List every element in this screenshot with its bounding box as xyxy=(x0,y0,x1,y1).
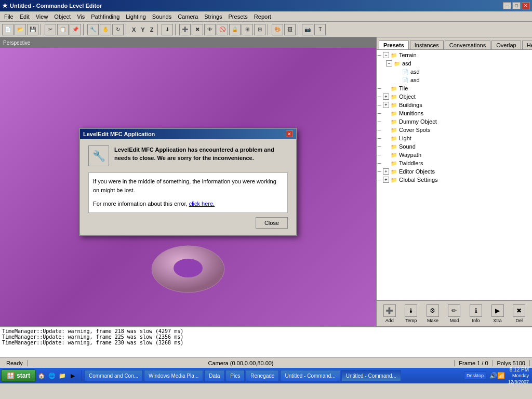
tool-text[interactable]: T xyxy=(314,24,326,35)
panel-action-add[interactable]: ➕Add xyxy=(383,304,396,323)
tool-drop[interactable]: ⬇ xyxy=(162,24,173,35)
tree-folder-icon: 📁 xyxy=(390,110,397,117)
axis-z-label: Z xyxy=(148,26,156,33)
panel-tab-instances[interactable]: Instances xyxy=(410,41,444,49)
tree-expander[interactable]: − xyxy=(386,60,392,66)
panel-action-xtra[interactable]: ▶Xtra xyxy=(491,304,504,323)
quicklaunch-icon[interactable]: 🌐 xyxy=(47,371,57,380)
panel-action-mod[interactable]: ✏Mod xyxy=(448,304,460,323)
tool-copy[interactable]: 📋 xyxy=(57,24,69,35)
tool-add[interactable]: ➕ xyxy=(179,24,191,35)
status-camera: Camera (0.00,0.00,80.00) xyxy=(28,360,455,366)
panel-tab-overlap[interactable]: Overlap xyxy=(491,41,521,49)
tool-ungroup[interactable]: ⊟ xyxy=(254,24,265,35)
tool-hide[interactable]: 🚫 xyxy=(217,24,228,35)
taskbar-button[interactable]: Untitled - Command... xyxy=(341,370,401,381)
menu-item-vis[interactable]: Vis xyxy=(74,12,88,21)
panel-action-temp[interactable]: 🌡Temp xyxy=(405,304,417,323)
axis-y-label: Y xyxy=(139,26,147,33)
tree-node[interactable]: ─+📁Object xyxy=(378,92,531,101)
tool-select[interactable]: 🔧 xyxy=(87,24,99,35)
menu-item-sounds[interactable]: Sounds xyxy=(149,12,175,21)
tree-expander[interactable]: + xyxy=(383,168,389,175)
menu-item-presets[interactable]: Presets xyxy=(225,12,251,21)
tree-node[interactable]: ─+📁Buildings xyxy=(378,101,531,109)
taskbar-button[interactable]: Pics xyxy=(225,370,245,381)
title-bar: ★ Untitled - Commando Level Editor ─ □ ✕ xyxy=(0,0,532,11)
tool-open[interactable]: 📂 xyxy=(15,24,26,35)
menu-item-camera[interactable]: Camera xyxy=(175,12,201,21)
tool-group[interactable]: ⊞ xyxy=(242,24,253,35)
tree-node[interactable]: 📄asd xyxy=(378,76,531,84)
panel-action-make[interactable]: ⚙Make xyxy=(427,304,439,323)
panel-action-del[interactable]: ✖Del xyxy=(513,304,525,323)
tool-color[interactable]: 🎨 xyxy=(272,24,283,35)
tree-node[interactable]: 📄asd xyxy=(378,68,531,76)
tree-node[interactable]: ─−📁Terrain xyxy=(378,51,531,59)
tree-node[interactable]: ─📁Munitions xyxy=(378,109,531,117)
menu-item-file[interactable]: File xyxy=(1,12,17,21)
tool-paste[interactable]: 📌 xyxy=(70,24,81,35)
error-link[interactable]: click here. xyxy=(189,201,215,207)
dialog-buttons: Close xyxy=(88,217,288,229)
menu-item-pathfinding[interactable]: Pathfinding xyxy=(88,12,123,21)
tool-new[interactable]: 📄 xyxy=(2,24,14,35)
taskbar-button[interactable]: Renegade xyxy=(246,370,279,381)
tool-camera[interactable]: 📷 xyxy=(302,24,313,35)
menu-item-report[interactable]: Report xyxy=(251,12,274,21)
tool-eye[interactable]: 👁 xyxy=(204,24,216,35)
tool-save[interactable]: 💾 xyxy=(27,24,38,35)
close-button[interactable]: ✕ xyxy=(522,2,530,9)
tree-node[interactable]: ─📁Cover Spots xyxy=(378,126,531,134)
tree-expander[interactable]: + xyxy=(383,177,389,183)
tree-node[interactable]: ─📁Dummy Object xyxy=(378,117,531,126)
start-button[interactable]: 🪟 start xyxy=(1,369,36,382)
tool-cut[interactable]: ✂ xyxy=(45,24,56,35)
minimize-button[interactable]: ─ xyxy=(503,2,511,9)
panel-tab-presets[interactable]: Presets xyxy=(379,41,409,49)
panel-action-temp-label: Temp xyxy=(405,318,417,323)
quicklaunch-icon[interactable]: 🏠 xyxy=(37,371,46,380)
menu-item-strings[interactable]: Strings xyxy=(201,12,225,21)
maximize-button[interactable]: □ xyxy=(512,2,521,9)
tool-move[interactable]: ✋ xyxy=(100,24,111,35)
tree-node[interactable]: ─📁Light xyxy=(378,134,531,142)
tree-node[interactable]: ─📁Twiddlers xyxy=(378,159,531,167)
tool-texture[interactable]: 🖼 xyxy=(284,24,296,35)
dialog-close-x[interactable]: ✕ xyxy=(286,130,293,137)
menu-item-lighting[interactable]: Lighting xyxy=(123,12,149,21)
panel-tab-conversations[interactable]: Conversations xyxy=(445,41,490,49)
menu-item-object[interactable]: Object xyxy=(51,12,74,21)
tree-node-label: asd xyxy=(410,69,420,75)
tree-folder-icon: 📁 xyxy=(390,168,397,175)
tree-node[interactable]: ─📁Tile xyxy=(378,84,531,92)
taskbar-button[interactable]: Untitled - Command... xyxy=(280,370,340,381)
tree-node[interactable]: ─📁Waypath xyxy=(378,151,531,159)
tree-node[interactable]: −📁asd xyxy=(378,59,531,68)
title-bar-controls: ─ □ ✕ xyxy=(503,2,530,9)
tree-folder-icon: 📁 xyxy=(390,159,397,167)
tool-lock[interactable]: 🔒 xyxy=(229,24,241,35)
panel-action-add-label: Add xyxy=(385,318,394,323)
taskbar-button[interactable]: Windows Media Pla... xyxy=(144,370,203,381)
taskbar-button[interactable]: Command and Con... xyxy=(84,370,143,381)
tree-expander[interactable]: + xyxy=(383,102,389,108)
toolbar-sep-6 xyxy=(268,24,270,35)
tool-delete[interactable]: ✖ xyxy=(192,24,203,35)
quicklaunch-icon[interactable]: ▶ xyxy=(68,371,77,380)
tree-node[interactable]: ─📁Sound xyxy=(378,142,531,151)
dialog-close-button[interactable]: Close xyxy=(256,217,288,229)
taskbar-button[interactable]: Data xyxy=(204,370,224,381)
panel-tab-heightfield[interactable]: Heightfield xyxy=(522,41,532,49)
tree-node[interactable]: ─+📁Editor Objects xyxy=(378,167,531,176)
dialog-body: 🔧 LevelEdit MFC Application has encounte… xyxy=(80,139,296,235)
tool-rotate[interactable]: ↻ xyxy=(112,24,124,35)
desktop-btn[interactable]: Desktop xyxy=(464,371,486,380)
panel-action-info[interactable]: ℹInfo xyxy=(470,304,482,323)
menu-item-edit[interactable]: Edit xyxy=(17,12,33,21)
tree-expander[interactable]: + xyxy=(383,94,389,100)
tree-expander[interactable]: − xyxy=(383,52,389,58)
quicklaunch-icon[interactable]: 📁 xyxy=(58,371,67,380)
tree-node[interactable]: ─+📁Global Settings xyxy=(378,176,531,184)
menu-item-view[interactable]: View xyxy=(33,12,51,21)
